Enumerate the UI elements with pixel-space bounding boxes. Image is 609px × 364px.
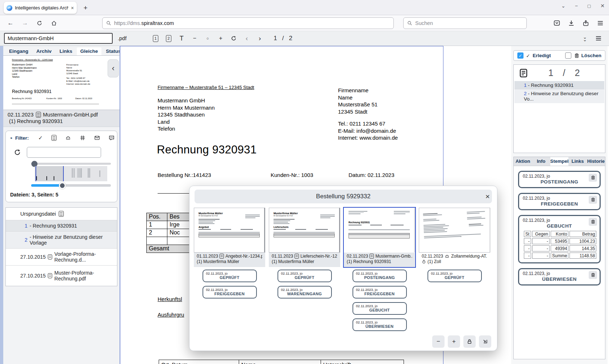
timeline-histogram[interactable]: [35, 166, 107, 181]
tab-links[interactable]: Links: [568, 157, 587, 166]
stamp: 02.11.2023, joGEPRÜFT: [278, 270, 332, 282]
modal-zoom-out-button[interactable]: −: [432, 335, 445, 348]
tab-stempel[interactable]: Stempel: [550, 157, 569, 166]
browser-window: Intelligentes digitales Arch × + ⌄ − ▢ ✕…: [0, 0, 609, 364]
window-close-button[interactable]: ✕: [600, 3, 605, 9]
toolbar-menu-icon[interactable]: [595, 35, 602, 42]
page-row[interactable]: 1 - Rechnung 9320931: [514, 81, 604, 89]
origin-page-row[interactable]: 1- Rechnung 9320931: [6, 220, 117, 231]
window-minimize-button[interactable]: −: [575, 3, 578, 9]
delete-stamp-button[interactable]: [589, 196, 597, 204]
home-button[interactable]: [49, 18, 59, 29]
filter-comment-icon[interactable]: [109, 135, 114, 141]
origin-file-row[interactable]: 27.10.2015 Vorlage-Proforma-Rechnung.d..…: [6, 248, 117, 265]
zoom-out-button[interactable]: −: [189, 33, 200, 44]
page-count-indicator: 1/2: [528, 68, 600, 78]
delete-checkbox[interactable]: [565, 52, 571, 59]
window-maximize-button[interactable]: ▢: [587, 4, 591, 8]
stamp: 02.11.2023, joWARENEINGANG: [278, 286, 332, 299]
stamp: 02.11.2023, joGEPRÜFT: [427, 270, 482, 282]
origin-page-row[interactable]: 2- Hinweise zur Benutzung dieser Vorlage: [6, 231, 117, 248]
left-sidebar: Eingang Archiv Links Gleiche Status Firm…: [3, 46, 120, 364]
previous-page-button[interactable]: ‹: [241, 33, 253, 44]
tab-archiv[interactable]: Archiv: [33, 47, 55, 55]
modal-zoom-in-button[interactable]: +: [448, 335, 460, 348]
filter-input[interactable]: [27, 147, 101, 158]
stamp: 02.11.2023, joGEBUCHT: [353, 302, 407, 315]
tab-gleiche[interactable]: Gleiche: [77, 47, 102, 55]
doc-thumbnail[interactable]: [419, 208, 490, 253]
filter-reload-icon[interactable]: [14, 149, 21, 156]
new-tab-button[interactable]: +: [80, 3, 91, 13]
modal-close-button[interactable]: ×: [485, 192, 490, 200]
delete-stamp-button[interactable]: [589, 174, 597, 182]
doc-thumbnail[interactable]: Musterfirma Müller Ihr Servicepartner fü…: [194, 208, 265, 253]
doc-caption[interactable]: 02.11.2023 Zollanmeldung-AT... (1) Zoll: [419, 253, 490, 267]
document-icon: [370, 254, 374, 259]
rotate-button[interactable]: [228, 33, 239, 44]
filter-check-icon[interactable]: ✓: [38, 135, 43, 141]
doc-company-block: FirmennameName Musterstraße 5112345 Stad…: [338, 87, 378, 115]
selected-file-row[interactable]: 02.11.2023 Mustermann-GmbH.pdf (1) Rechn…: [3, 110, 120, 127]
bestellung-modal: Bestellung 5929332 × Musterfirma Müller …: [189, 186, 497, 351]
delete-stamp-button[interactable]: [589, 271, 597, 279]
modal-dock-button[interactable]: [479, 335, 491, 348]
collapse-toolbar-icon[interactable]: ⌄⌄: [583, 36, 587, 41]
stamp-freigegeben: 02.11.2023, jo FREIGEGEBEN: [518, 193, 601, 210]
doc-caption[interactable]: 01.11.2023Lieferschein-Nr.-12... (1) Mus…: [269, 253, 340, 267]
document-thumbnail[interactable]: Firmenname – Musterstraße 51 – 12345 Sta…: [3, 55, 120, 110]
doc-title: Rechnung 9320931: [157, 143, 256, 156]
zoom-in-button[interactable]: +: [215, 33, 226, 44]
document-name-input[interactable]: [4, 33, 113, 44]
filter-scanner-icon[interactable]: [65, 135, 71, 141]
document-icon: [59, 211, 64, 217]
tab-bar: Intelligentes digitales Arch × + ⌄ − ▢ ✕: [0, 0, 609, 15]
browser-tab[interactable]: Intelligentes digitales Arch ×: [4, 2, 77, 14]
slider-knob-bottom[interactable]: [59, 182, 66, 189]
filter-grid-icon[interactable]: [80, 135, 85, 141]
text-tool-button[interactable]: T: [176, 33, 187, 44]
reminder-icon: [422, 259, 426, 264]
menu-icon[interactable]: [597, 20, 604, 27]
two-page-view-button[interactable]: 2: [163, 33, 174, 44]
trash-icon: [591, 175, 596, 180]
back-button[interactable]: ←: [5, 18, 16, 29]
list-tabs-icon[interactable]: ⌄: [561, 3, 566, 9]
left-edge-strip: [0, 46, 3, 364]
collapse-sidebar-button[interactable]: ‹: [108, 59, 119, 77]
single-page-view-button[interactable]: 1: [150, 33, 161, 44]
tab-close-icon[interactable]: ×: [71, 5, 74, 11]
filter-mail-icon[interactable]: [94, 135, 100, 141]
tab-info[interactable]: Info: [532, 157, 550, 166]
reload-button[interactable]: [34, 18, 45, 29]
next-page-button[interactable]: ›: [254, 33, 266, 44]
origin-file-row[interactable]: 27.10.2015 Muster-Proforma-Rechnung.pdf: [6, 265, 117, 286]
done-checkbox[interactable]: ✓: [517, 52, 524, 59]
doc-thumbnail[interactable]: Rechnung 9320931: [344, 208, 415, 253]
modal-lock-button[interactable]: [463, 335, 476, 348]
tab-aktion[interactable]: Aktion: [514, 157, 532, 166]
search-bar[interactable]: Suchen: [403, 17, 527, 29]
origin-file-panel: Ursprungsdatei 1- Rechnung 9320931 2- Hi…: [5, 207, 117, 286]
range-slider-top[interactable]: [31, 163, 111, 165]
range-slider-bottom[interactable]: [31, 184, 111, 187]
navigation-bar: ← → https://dms.spiraltrax.com Suchen: [0, 15, 609, 31]
doc-thumbnail[interactable]: Musterfirma Müller Ihr Servicepartner fü…: [269, 208, 340, 253]
doc-caption[interactable]: 02.11.2023Mustermann-Gmb... (1) Rechnung…: [344, 253, 415, 267]
reload-icon: [37, 20, 42, 26]
downloads-icon[interactable]: [568, 20, 575, 27]
share-icon[interactable]: [582, 20, 589, 27]
filter-document-icon[interactable]: [51, 135, 57, 141]
zoom-reset-button[interactable]: ○: [202, 33, 213, 44]
pocket-icon[interactable]: [553, 20, 560, 27]
tab-eingang[interactable]: Eingang: [5, 47, 32, 55]
stamp: 02.11.2023, joÜBERWIESEN: [353, 318, 407, 331]
page-row[interactable]: 2 - Hinweise zur Benutzung dieser Vo...: [514, 89, 604, 103]
filter-label[interactable]: ►Filter:: [10, 135, 29, 141]
doc-caption[interactable]: 01.11.2023Angebot-Nr.-1234.pdf (1) Muste…: [194, 253, 265, 267]
forward-button[interactable]: →: [20, 18, 30, 29]
tab-links[interactable]: Links: [56, 47, 76, 55]
delete-stamp-button[interactable]: [589, 218, 597, 226]
url-bar[interactable]: https://dms.spiraltrax.com: [102, 17, 394, 29]
tab-historie[interactable]: Historie: [587, 157, 605, 166]
